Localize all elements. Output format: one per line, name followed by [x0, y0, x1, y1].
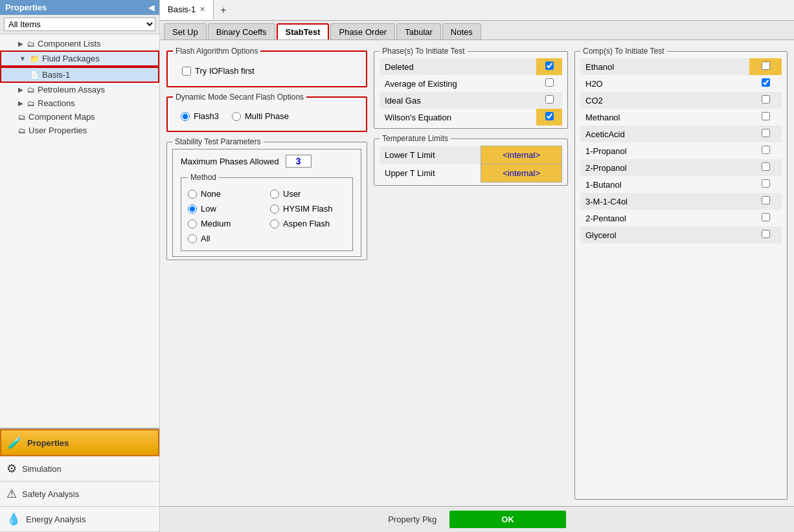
comp-checkbox-2propanol[interactable]: [762, 162, 770, 171]
comp-cb-1propanol[interactable]: [749, 142, 782, 159]
method-all-label: All: [201, 234, 210, 243]
comp-checkbox-1propanol[interactable]: [762, 146, 770, 154]
comp-row-co2: CO2: [580, 92, 782, 109]
comp-cb-ethanol[interactable]: [749, 58, 782, 75]
tree-item-basis1[interactable]: 📄 Basis-1: [0, 67, 159, 83]
method-aspen-radio[interactable]: [270, 219, 279, 228]
right-column: Comp(s) To Initiate Test Ethanol H2O: [574, 47, 788, 500]
nav-label: Safety Analysis: [22, 489, 79, 499]
comp-cb-1butanol[interactable]: [749, 176, 782, 193]
try-ioflash-row: Try IOFlash first: [182, 65, 352, 77]
method-medium-label: Medium: [201, 219, 231, 228]
ok-button[interactable]: OK: [449, 511, 566, 528]
add-tab-button[interactable]: +: [214, 0, 233, 20]
method-none-label: None: [201, 189, 221, 199]
sidebar-nav: 🧪 Properties ⚙ Simulation ⚠ Safety Analy…: [0, 428, 159, 532]
comp-label-glycerol: Glycerol: [580, 227, 749, 243]
tree-item-fluid-packages[interactable]: ▼ 📁 Fluid Packages: [0, 50, 159, 67]
tab-tabular[interactable]: Tabular: [396, 23, 441, 39]
all-items-dropdown[interactable]: All Items Recent Favorites: [4, 17, 155, 31]
temp-value-upper[interactable]: <internal>: [481, 164, 562, 183]
comp-checkbox-2pentanol[interactable]: [762, 213, 770, 221]
method-user-row: User: [270, 187, 346, 201]
comp-cb-glycerol[interactable]: [749, 227, 782, 243]
doc-tab-basis1[interactable]: Basis-1 ✕: [160, 0, 214, 20]
method-none-radio[interactable]: [188, 190, 197, 199]
comp-checkbox-ethanol[interactable]: [762, 61, 770, 70]
method-all-radio[interactable]: [188, 234, 197, 243]
close-tab-icon[interactable]: ✕: [199, 5, 205, 14]
phases-title: Phase(s) To Initiate Test: [380, 47, 468, 56]
method-low-radio[interactable]: [188, 205, 197, 214]
comp-checkbox-methanol[interactable]: [762, 112, 770, 120]
phase-checkbox-avg[interactable]: [545, 78, 554, 87]
sidebar-dropdown-row: All Items Recent Favorites: [0, 15, 159, 34]
tab-phase-order[interactable]: Phase Order: [330, 23, 395, 39]
method-low-row: Low: [188, 202, 264, 216]
phase-cb-wilson[interactable]: [536, 109, 562, 126]
temp-value-lower[interactable]: <internal>: [481, 146, 562, 164]
phase-cb-avg[interactable]: [536, 75, 562, 92]
comp-cb-2propanol[interactable]: [749, 159, 782, 176]
inner-tabs-row: Set Up Binary Coeffs StabTest Phase Orde…: [160, 21, 794, 40]
method-hysim-row: HYSIM Flash: [270, 202, 346, 216]
comp-cb-h2o[interactable]: [749, 75, 782, 92]
tree-item-user-properties[interactable]: 🗂 User Properties: [0, 124, 159, 137]
tree-item-reactions[interactable]: ▶ 🗂 Reactions: [0, 96, 159, 110]
phase-checkbox-ideal[interactable]: [545, 95, 554, 104]
components-title: Comp(s) To Initiate Test: [580, 47, 667, 56]
phase-checkbox-wilson[interactable]: [545, 112, 554, 120]
method-none-row: None: [188, 187, 264, 201]
comp-cb-methanol[interactable]: [749, 109, 782, 126]
phase-label-wilson: Wilson's Equation: [380, 109, 536, 126]
comp-cb-aceticacid[interactable]: [749, 126, 782, 142]
method-all-row: All: [188, 232, 264, 245]
expand-icon: ▶: [18, 40, 23, 47]
flash3-radio[interactable]: [181, 112, 190, 121]
comp-checkbox-glycerol[interactable]: [762, 230, 770, 238]
method-hysim-radio[interactable]: [270, 205, 279, 214]
phase-checkbox-deleted[interactable]: [545, 61, 554, 70]
comp-checkbox-h2o[interactable]: [762, 78, 770, 87]
main-content: Basis-1 ✕ + Set Up Binary Coeffs StabTes…: [160, 0, 794, 532]
expand-icon: ▼: [19, 55, 26, 62]
sidebar-collapse-icon[interactable]: ◀: [148, 3, 154, 12]
tree-item-petroleum-assays[interactable]: ▶ 🗂 Petroleum Assays: [0, 83, 159, 96]
comp-cb-2pentanol[interactable]: [749, 210, 782, 227]
method-medium-radio[interactable]: [188, 219, 197, 228]
phase-cb-deleted[interactable]: [536, 58, 562, 75]
tab-binary-coeffs[interactable]: Binary Coeffs: [208, 23, 275, 39]
nav-label: Simulation: [22, 464, 62, 474]
document-tabs: Basis-1 ✕ +: [160, 0, 794, 21]
comp-checkbox-co2[interactable]: [762, 95, 770, 104]
comp-row-3m1c4ol: 3-M-1-C4ol: [580, 193, 782, 210]
phase-cb-ideal[interactable]: [536, 92, 562, 109]
method-user-radio[interactable]: [270, 190, 279, 199]
try-ioflash-checkbox[interactable]: [182, 67, 191, 76]
multiphase-radio[interactable]: [232, 112, 241, 121]
tab-setup[interactable]: Set Up: [164, 23, 207, 39]
tab-stabtest[interactable]: StabTest: [277, 23, 330, 39]
sidebar: Properties ◀ All Items Recent Favorites …: [0, 0, 160, 532]
comp-checkbox-1butanol[interactable]: [762, 179, 770, 188]
comp-cb-3m1c4ol[interactable]: [749, 193, 782, 210]
phase-row-ideal: Ideal Gas: [380, 92, 562, 109]
tab-notes[interactable]: Notes: [442, 23, 481, 39]
method-user-label: User: [283, 189, 301, 199]
tree-item-component-lists[interactable]: ▶ 🗂 Component Lists: [0, 37, 159, 50]
comp-checkbox-3m1c4ol[interactable]: [762, 196, 770, 205]
safety-nav-icon: ⚠: [6, 487, 17, 501]
nav-energy-analysis[interactable]: 💧 Energy Analysis: [0, 507, 159, 532]
comp-label-2pentanol: 2-Pentanol: [580, 210, 749, 227]
nav-properties[interactable]: 🧪 Properties: [0, 429, 159, 456]
temperature-table: Lower T Limit <internal> Upper T Limit <…: [380, 146, 562, 183]
energy-nav-icon: 💧: [6, 512, 21, 526]
fluid-packages-icon: 📁: [30, 54, 40, 63]
comp-checkbox-aceticacid[interactable]: [762, 129, 770, 137]
tree-item-component-maps[interactable]: 🗂 Component Maps: [0, 110, 159, 124]
nav-safety-analysis[interactable]: ⚠ Safety Analysis: [0, 482, 159, 507]
comp-cb-co2[interactable]: [749, 92, 782, 109]
component-maps-icon: 🗂: [18, 113, 26, 122]
nav-simulation[interactable]: ⚙ Simulation: [0, 456, 159, 482]
temp-label-lower: Lower T Limit: [380, 146, 481, 164]
